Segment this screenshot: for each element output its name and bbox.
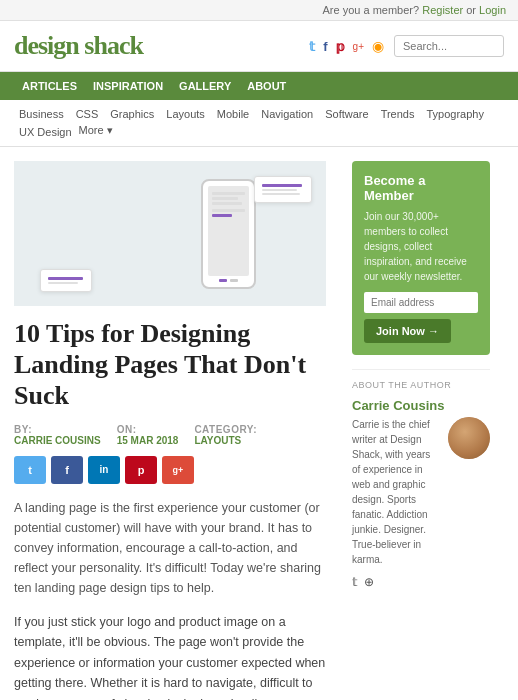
author-bio: Carrie is the chief writer at Design Sha… [352, 417, 440, 567]
nav-articles[interactable]: ARTICLES [14, 72, 85, 100]
about-author-label: ABOUT THE AUTHOR [352, 369, 490, 390]
topbar-text: Are you a member? [323, 4, 420, 16]
meta-by-value[interactable]: CARRIE COUSINS [14, 435, 101, 446]
avatar-image [448, 417, 490, 459]
google-icon[interactable]: g+ [353, 41, 364, 52]
join-now-button[interactable]: Join Now [364, 319, 451, 343]
sub-nav-mobile[interactable]: Mobile [212, 106, 254, 122]
sub-nav-business[interactable]: Business [14, 106, 69, 122]
search-input[interactable] [394, 35, 504, 57]
facebook-icon[interactable]: f [323, 39, 327, 54]
logo-part1: design [14, 31, 79, 60]
share-linkedin-button[interactable]: in [88, 456, 120, 484]
main-nav: ARTICLES INSPIRATION GALLERY ABOUT [0, 72, 518, 100]
topbar-separator: or [466, 4, 476, 16]
share-google-button[interactable]: g+ [162, 456, 194, 484]
nav-inspiration[interactable]: INSPIRATION [85, 72, 171, 100]
meta-cat-label: CATEGORY: [194, 424, 257, 435]
phone-dots [219, 279, 238, 282]
header: design shack 𝕥 f 𝕡 g+ ◉ [0, 21, 518, 72]
article-body-para1: If you just stick your logo and product … [14, 612, 326, 700]
article-excerpt: A landing page is the first experience y… [14, 498, 326, 598]
purple-bar-2 [48, 277, 83, 280]
sub-nav-ux-design[interactable]: UX Design [14, 124, 77, 140]
sub-nav-typography[interactable]: Typography [421, 106, 488, 122]
meta-by-label: BY: [14, 424, 101, 435]
facebook-share-icon: f [65, 464, 69, 476]
share-pinterest-button[interactable]: p [125, 456, 157, 484]
author-section: ABOUT THE AUTHOR Carrie Cousins Carrie i… [352, 369, 490, 590]
rss-icon[interactable]: ◉ [372, 38, 384, 55]
gray-bar-2 [262, 193, 300, 195]
phone-screen [208, 186, 249, 276]
email-input[interactable] [364, 292, 478, 313]
pinterest-share-icon: p [138, 464, 145, 476]
author-twitter-icon[interactable]: 𝕥 [352, 575, 358, 590]
nav-about[interactable]: ABOUT [239, 72, 294, 100]
author-social-row: 𝕥 ⊕ [352, 575, 490, 590]
article-meta: BY: CARRIE COUSINS ON: 15 MAR 2018 CATEG… [14, 424, 326, 446]
article-title: 10 Tips for Designing Landing Pages That… [14, 318, 326, 412]
author-bio-text: Carrie is the chief writer at Design Sha… [352, 417, 440, 567]
sub-nav-css[interactable]: CSS [71, 106, 104, 122]
floating-card-1 [254, 176, 312, 203]
login-link[interactable]: Login [479, 4, 506, 16]
author-website-icon[interactable]: ⊕ [364, 575, 374, 590]
social-share-row: t f in p g+ [14, 456, 326, 484]
gray-bar-1 [262, 189, 297, 191]
header-social-icons: 𝕥 f 𝕡 g+ ◉ [309, 38, 384, 55]
sub-nav-trends[interactable]: Trends [376, 106, 420, 122]
avatar [448, 417, 490, 459]
twitter-icon[interactable]: 𝕥 [309, 39, 315, 54]
share-twitter-button[interactable]: t [14, 456, 46, 484]
dot1 [219, 279, 227, 282]
member-card-text: Join our 30,000+ members to collect desi… [364, 209, 478, 284]
phone-mockup [201, 179, 256, 289]
linkedin-share-icon: in [100, 464, 109, 475]
sub-nav-graphics[interactable]: Graphics [105, 106, 159, 122]
dot2 [230, 279, 238, 282]
meta-category: CATEGORY: LAYOUTS [194, 424, 257, 446]
meta-on-label: ON: [117, 424, 179, 435]
content-wrapper: 10 Tips for Designing Landing Pages That… [0, 147, 518, 700]
sub-nav-more[interactable]: More ▾ [79, 124, 113, 140]
pinterest-icon[interactable]: 𝕡 [336, 39, 345, 54]
sidebar: Become a Member Join our 30,000+ members… [340, 147, 502, 700]
meta-cat-value[interactable]: LAYOUTS [194, 435, 257, 446]
google-share-icon: g+ [173, 465, 184, 475]
twitter-share-icon: t [28, 464, 32, 476]
logo-part2: shack [79, 31, 143, 60]
sub-nav-navigation[interactable]: Navigation [256, 106, 318, 122]
sub-nav-software[interactable]: Software [320, 106, 373, 122]
sub-nav: Business CSS Graphics Layouts Mobile Nav… [0, 100, 518, 147]
hero-image [14, 161, 326, 306]
member-card-title: Become a Member [364, 173, 478, 203]
meta-on: ON: 15 MAR 2018 [117, 424, 179, 446]
author-row: Carrie is the chief writer at Design Sha… [352, 417, 490, 567]
meta-by: BY: CARRIE COUSINS [14, 424, 101, 446]
member-card: Become a Member Join our 30,000+ members… [352, 161, 490, 355]
floating-card-2 [40, 269, 92, 292]
purple-bar-1 [262, 184, 302, 187]
main-content: 10 Tips for Designing Landing Pages That… [0, 147, 340, 700]
author-name[interactable]: Carrie Cousins [352, 398, 490, 413]
logo[interactable]: design shack [14, 31, 309, 61]
share-facebook-button[interactable]: f [51, 456, 83, 484]
nav-gallery[interactable]: GALLERY [171, 72, 239, 100]
gray-bar-3 [48, 282, 78, 284]
top-bar: Are you a member? Register or Login [0, 0, 518, 21]
meta-on-value: 15 MAR 2018 [117, 435, 179, 446]
sub-nav-layouts[interactable]: Layouts [161, 106, 210, 122]
register-link[interactable]: Register [422, 4, 463, 16]
